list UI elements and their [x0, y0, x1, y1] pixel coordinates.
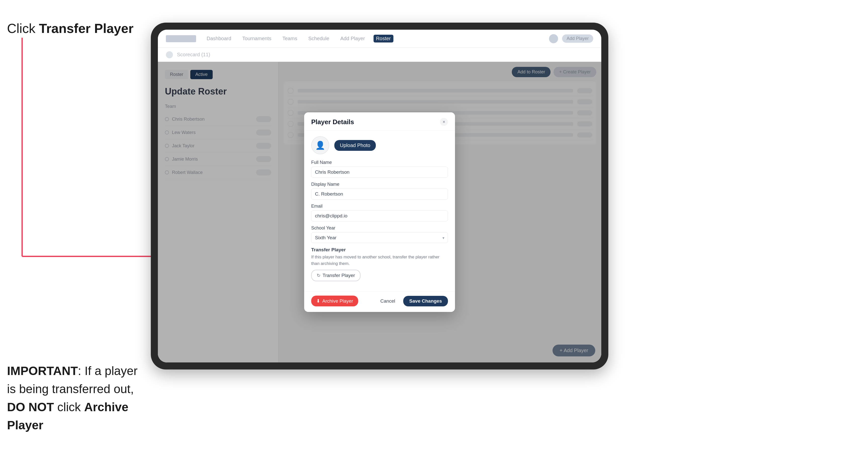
modal-close-button[interactable]: ×	[440, 118, 448, 126]
transfer-player-section: Transfer Player If this player has moved…	[311, 247, 448, 281]
nav-schedule[interactable]: Schedule	[306, 35, 332, 42]
content-area: Roster Active Update Roster Team Chris R…	[158, 62, 601, 363]
sub-header-icon	[166, 51, 173, 58]
transfer-section-description: If this player has moved to another scho…	[311, 254, 448, 267]
email-input[interactable]	[311, 210, 448, 221]
modal-title: Player Details	[311, 118, 354, 126]
instruction-top: Click Transfer Player	[7, 20, 133, 37]
instruction-bottom: IMPORTANT: If a player is being transfer…	[7, 362, 148, 434]
save-changes-button[interactable]: Save Changes	[403, 296, 448, 306]
nav-roster[interactable]: Roster	[374, 35, 394, 42]
archive-icon: ⬇	[316, 298, 320, 304]
sub-header-text: Scorecard (11)	[177, 52, 210, 58]
header-add-button[interactable]: Add Player	[562, 34, 593, 43]
app-logo	[166, 35, 196, 42]
sub-header: Scorecard (11)	[158, 48, 601, 62]
refresh-icon: ↻	[317, 273, 320, 278]
transfer-button-label: Transfer Player	[322, 273, 355, 278]
nav-tournaments[interactable]: Tournaments	[240, 35, 274, 42]
full-name-input[interactable]	[311, 167, 448, 178]
player-details-modal: Player Details × 👤 Upload Photo	[304, 112, 455, 312]
person-icon: 👤	[315, 141, 325, 150]
footer-right-actions: Cancel Save Changes	[376, 296, 448, 306]
important-label: IMPORTANT	[7, 364, 78, 377]
modal-body: 👤 Upload Photo Full Name Display Name	[304, 131, 455, 291]
transfer-player-button[interactable]: ↻ Transfer Player	[311, 270, 361, 281]
transfer-section-label: Transfer Player	[311, 247, 448, 253]
instruction-bold: Transfer Player	[39, 21, 133, 36]
header-avatar	[549, 34, 558, 43]
display-name-group: Display Name	[311, 182, 448, 199]
cancel-button[interactable]: Cancel	[376, 296, 399, 306]
avatar-placeholder: 👤	[311, 136, 329, 154]
archive-player-button[interactable]: ⬇ Archive Player	[311, 295, 358, 306]
archive-button-label: Archive Player	[322, 298, 353, 304]
upload-photo-button[interactable]: Upload Photo	[334, 140, 376, 151]
school-year-group: School Year First Year Second Year Third…	[311, 225, 448, 243]
nav-teams[interactable]: Teams	[280, 35, 300, 42]
app-header: Dashboard Tournaments Teams Schedule Add…	[158, 30, 601, 48]
school-year-select-wrapper: First Year Second Year Third Year Fourth…	[311, 232, 448, 243]
tablet-device: Dashboard Tournaments Teams Schedule Add…	[151, 23, 608, 370]
full-name-group: Full Name	[311, 160, 448, 178]
nav-dashboard[interactable]: Dashboard	[204, 35, 234, 42]
full-name-label: Full Name	[311, 160, 448, 165]
do-not-label: DO NOT	[7, 400, 54, 414]
tablet-screen: Dashboard Tournaments Teams Schedule Add…	[158, 30, 601, 363]
modal-overlay: Player Details × 👤 Upload Photo	[158, 62, 601, 363]
modal-header: Player Details ×	[304, 112, 455, 131]
school-year-label: School Year	[311, 225, 448, 231]
display-name-label: Display Name	[311, 182, 448, 187]
modal-footer: ⬇ Archive Player Cancel Save Changes	[304, 291, 455, 312]
email-group: Email	[311, 204, 448, 221]
nav-add-player[interactable]: Add Player	[338, 35, 368, 42]
app-nav: Dashboard Tournaments Teams Schedule Add…	[204, 35, 541, 42]
header-right: Add Player	[549, 34, 593, 43]
email-label: Email	[311, 204, 448, 209]
display-name-input[interactable]	[311, 188, 448, 199]
photo-row: 👤 Upload Photo	[311, 136, 448, 154]
school-year-select[interactable]: First Year Second Year Third Year Fourth…	[311, 232, 448, 243]
instruction-prefix: Click	[7, 21, 39, 36]
